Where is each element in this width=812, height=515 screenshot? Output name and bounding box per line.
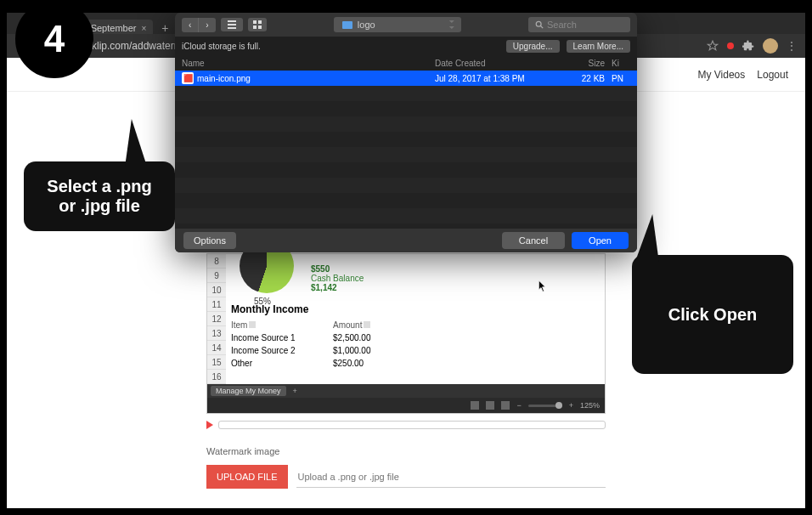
- col-item: Item: [231, 320, 247, 330]
- step-number-badge: 4: [15, 0, 93, 78]
- callout-select-file: Select a .png or .jpg file: [24, 161, 175, 231]
- search-icon: [535, 20, 544, 29]
- file-row-selected[interactable]: 🟥 main-icon.png Jul 28, 2017 at 1:38 PM …: [175, 71, 637, 86]
- options-button[interactable]: Options: [183, 232, 236, 249]
- new-tab-button[interactable]: +: [161, 21, 168, 35]
- zoom-slider[interactable]: [528, 405, 562, 407]
- star-icon[interactable]: [707, 40, 719, 52]
- upgrade-button[interactable]: Upgrade...: [506, 40, 560, 53]
- record-icon[interactable]: [727, 42, 734, 49]
- url-field[interactable]: utklip.com/addwaterma: [83, 40, 188, 52]
- play-icon[interactable]: [206, 421, 213, 429]
- section-title: Monthly Income: [231, 303, 600, 315]
- sheet-tabs: Manage My Money +: [207, 384, 605, 398]
- sheet-tab[interactable]: Manage My Money: [211, 386, 286, 396]
- nav-arrows[interactable]: ‹›: [182, 18, 216, 32]
- file-date: Jul 28, 2017 at 1:38 PM: [435, 74, 554, 83]
- file-dialog-footer: Options Cancel Open: [175, 229, 637, 252]
- cursor-icon: [539, 280, 547, 292]
- search-input[interactable]: Search: [528, 17, 630, 32]
- menu-icon[interactable]: ⋮: [787, 40, 797, 52]
- layout-icon[interactable]: [486, 401, 494, 410]
- upload-file-field[interactable]: [296, 467, 606, 488]
- table-row: Income Source 2$1,000.00: [231, 344, 600, 357]
- totals: $550 Cash Balance $1,142: [311, 264, 364, 292]
- zoom-minus-icon[interactable]: −: [516, 401, 521, 410]
- view-list-icon[interactable]: [221, 18, 243, 31]
- folder-selector[interactable]: logo: [334, 17, 461, 32]
- file-name: main-icon.png: [197, 74, 435, 83]
- video-preview: 8 9 10 11 12 13 14 15 16 55%: [206, 253, 606, 414]
- column-headers: Name Date Created Size Ki: [175, 55, 637, 71]
- avatar-icon[interactable]: [763, 38, 778, 54]
- file-size: 22 KB: [554, 74, 605, 83]
- grid-icon[interactable]: [471, 401, 479, 410]
- table-row: Other$250.00: [231, 357, 600, 370]
- col-date[interactable]: Date Created: [435, 59, 554, 68]
- callout-click-open: Click Open: [632, 255, 793, 374]
- zoom-value: 125%: [580, 401, 600, 410]
- close-tab-icon[interactable]: ×: [141, 24, 146, 33]
- display-icon[interactable]: [501, 401, 510, 410]
- file-list-empty: [175, 86, 637, 229]
- dialog-open-button[interactable]: Open: [572, 232, 629, 249]
- video-controls: − + 125%: [207, 398, 605, 413]
- folder-name: logo: [358, 20, 375, 30]
- folder-icon: [342, 21, 352, 29]
- dialog-cancel-button[interactable]: Cancel: [502, 232, 565, 249]
- timeline-track[interactable]: [218, 421, 606, 429]
- add-sheet-icon[interactable]: +: [290, 387, 301, 395]
- video-timeline: [206, 421, 606, 429]
- nav-logout[interactable]: Logout: [757, 69, 788, 81]
- col-size[interactable]: Size: [554, 59, 605, 68]
- svg-line-1: [540, 25, 543, 28]
- row-numbers: 8 9 10 11 12 13 14 15 16: [207, 254, 226, 384]
- zoom-plus-icon[interactable]: +: [569, 401, 573, 410]
- file-dialog: ‹› logo Search iCloud storage is full. U…: [175, 13, 637, 252]
- storage-warning: iCloud storage is full. Upgrade... Learn…: [175, 37, 637, 55]
- view-grid-icon[interactable]: [248, 18, 267, 31]
- file-kind: PN: [605, 74, 630, 83]
- svg-point-0: [536, 21, 541, 26]
- search-placeholder: Search: [547, 20, 577, 30]
- col-amount: Amount: [333, 320, 362, 330]
- back-icon[interactable]: ‹: [182, 18, 199, 32]
- col-name[interactable]: Name: [182, 59, 435, 68]
- file-icon: 🟥: [182, 72, 194, 84]
- watermark-label: Watermark image: [206, 446, 606, 456]
- learn-more-button[interactable]: Learn More...: [567, 40, 630, 53]
- warning-text: iCloud storage is full.: [182, 42, 261, 51]
- col-kind[interactable]: Ki: [605, 59, 630, 68]
- table-row: Income Source 1$2,500.00: [231, 331, 600, 344]
- extension-icon[interactable]: [742, 40, 754, 52]
- forward-icon[interactable]: ›: [199, 18, 215, 32]
- file-dialog-toolbar: ‹› logo Search: [175, 13, 637, 37]
- upload-file-button[interactable]: UPLOAD FILE: [206, 465, 288, 489]
- nav-my-videos[interactable]: My Videos: [697, 69, 745, 81]
